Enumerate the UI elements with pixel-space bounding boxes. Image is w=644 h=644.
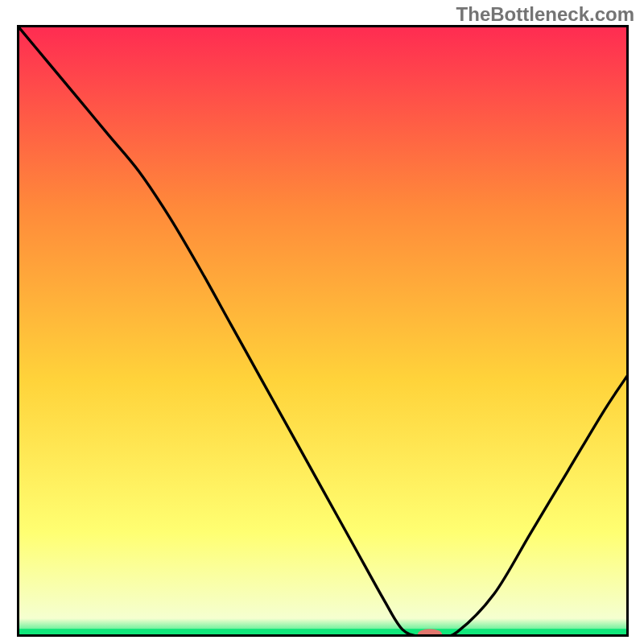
gradient-background (17, 25, 629, 637)
chart-container: TheBottleneck.com (0, 0, 644, 644)
bottleneck-chart (17, 25, 629, 637)
watermark-text: TheBottleneck.com (456, 3, 634, 26)
